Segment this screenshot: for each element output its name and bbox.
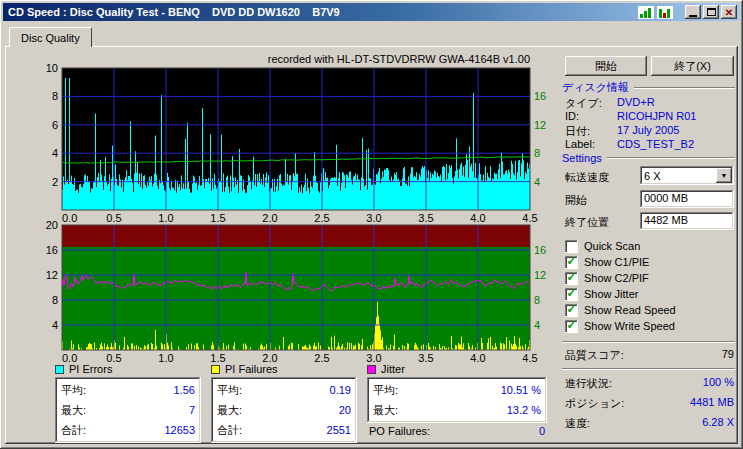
stat-row: 平均:0.19 <box>217 380 351 400</box>
svg-text:4.5: 4.5 <box>522 212 537 224</box>
checkbox-box[interactable]: ✓ <box>565 288 578 301</box>
minimize-button[interactable] <box>685 5 701 19</box>
start-test-button[interactable]: 開始 <box>565 56 647 76</box>
svg-text:12: 12 <box>534 269 546 281</box>
svg-text:12: 12 <box>46 269 58 281</box>
svg-text:16: 16 <box>534 244 546 256</box>
quality-graph-icon[interactable] <box>657 6 673 19</box>
pi-failures-stats-box: 平均:0.19 最大:20 合計:2551 <box>211 377 357 443</box>
maximize-icon <box>707 8 716 16</box>
svg-text:8: 8 <box>534 294 540 306</box>
tab-disc-quality[interactable]: Disc Quality <box>9 27 92 47</box>
checkbox-box[interactable]: ✓ <box>565 320 578 333</box>
checkbox-box[interactable]: ✓ <box>565 272 578 285</box>
quality-score-row: 品質スコア: 79 <box>565 348 734 363</box>
maximize-button[interactable] <box>703 5 719 19</box>
stat-row: 合計:2551 <box>217 420 351 440</box>
check-icon: ✓ <box>566 288 576 298</box>
svg-text:4: 4 <box>534 176 540 188</box>
svg-text:8: 8 <box>534 147 540 159</box>
checkbox-box[interactable]: ✓ <box>565 256 578 269</box>
bar-glyph <box>667 9 670 18</box>
jitter-legend: Jitter 平均:10.51 % 最大:13.2 % PO Failures:… <box>367 363 547 439</box>
checkbox-show-jitter[interactable]: ✓ Show Jitter <box>565 287 638 301</box>
checkbox-box[interactable]: ✓ <box>565 304 578 317</box>
speed-value: 6.28 X <box>702 416 734 431</box>
check-icon: ✓ <box>566 320 576 330</box>
speed-row: 速度: 6.28 X <box>565 416 734 431</box>
jitter-stats-box: 平均:10.51 % 最大:13.2 % <box>367 377 547 423</box>
jitter-title: Jitter <box>381 363 405 375</box>
pi-errors-swatch <box>55 365 64 374</box>
svg-text:6: 6 <box>52 119 58 131</box>
svg-text:16: 16 <box>534 90 546 102</box>
checkbox-show-c1-pie[interactable]: ✓ Show C1/PIE <box>565 255 649 269</box>
svg-text:4: 4 <box>52 319 58 331</box>
stat-row: 最大:7 <box>61 400 195 420</box>
progress-value: 100 % <box>703 376 734 391</box>
position-value: 4481 MB <box>690 396 734 411</box>
speed-select-value: 6 X <box>640 170 716 182</box>
disc-type-row: タイプ:DVD+R <box>565 96 735 111</box>
svg-text:1.0: 1.0 <box>158 212 173 224</box>
stat-row: 平均:10.51 % <box>373 380 541 400</box>
minimize-icon <box>689 15 697 17</box>
quality-score-value: 79 <box>722 348 734 363</box>
checkbox-show-write-speed[interactable]: ✓ Show Write Speed <box>565 319 675 333</box>
bar-glyph <box>648 8 651 18</box>
bar-glyph <box>640 14 643 18</box>
disc-info-header: ディスク情報 <box>562 80 735 95</box>
close-icon: ✕ <box>725 8 733 17</box>
svg-text:8: 8 <box>52 90 58 102</box>
svg-text:0.5: 0.5 <box>106 212 121 224</box>
start-position-field[interactable]: 0000 MB <box>640 190 734 208</box>
svg-text:3.0: 3.0 <box>366 212 381 224</box>
stat-row: 平均:1.56 <box>61 380 195 400</box>
pi-failures-legend: PI Failures 平均:0.19 最大:20 合計:2551 <box>211 363 357 443</box>
svg-text:2.5: 2.5 <box>314 212 329 224</box>
disc-id-row: ID:RICOHJPN R01 <box>565 110 735 122</box>
checkbox-show-read-speed[interactable]: ✓ Show Read Speed <box>565 303 676 317</box>
stat-row: 合計:12653 <box>61 420 195 440</box>
svg-text:4: 4 <box>534 319 540 331</box>
window-title: CD Speed : Disc Quality Test - BENQ DVD … <box>8 6 635 18</box>
stat-row: 最大:20 <box>217 400 351 420</box>
bar-glyph <box>663 13 666 18</box>
jitter-swatch <box>367 365 376 374</box>
close-button[interactable]: ✕ <box>721 5 737 19</box>
svg-text:4: 4 <box>52 147 58 159</box>
check-icon: ✓ <box>566 304 576 314</box>
svg-text:4.0: 4.0 <box>470 212 485 224</box>
svg-text:12: 12 <box>534 119 546 131</box>
checkbox-show-c2-pif[interactable]: ✓ Show C2/PIF <box>565 271 649 285</box>
end-position-label: 終了位置 <box>565 215 609 230</box>
disc-label-row: Label:CDS_TEST_B2 <box>565 138 735 150</box>
svg-text:20: 20 <box>46 219 58 231</box>
exit-button[interactable]: 終了(X) <box>651 56 734 76</box>
progress-row: 進行状況: 100 % <box>565 376 734 391</box>
titlebar[interactable]: CD Speed : Disc Quality Test - BENQ DVD … <box>3 3 740 21</box>
speed-select[interactable]: 6 X ▼ <box>640 166 734 185</box>
checkbox-box[interactable] <box>565 240 578 253</box>
svg-text:16: 16 <box>46 244 58 256</box>
end-position-field[interactable]: 4482 MB <box>640 212 734 230</box>
disc-date-row: 日付:17 July 2005 <box>565 124 735 139</box>
settings-header: Settings <box>562 152 735 164</box>
separator <box>562 341 735 343</box>
pi-errors-stats-box: 平均:1.56 最大:7 合計:12653 <box>55 377 201 443</box>
chevron-down-icon[interactable]: ▼ <box>716 168 732 183</box>
pi-errors-title: PI Errors <box>69 363 112 375</box>
quality-charts: 1086421612840.00.51.01.52.02.53.03.54.04… <box>0 50 556 370</box>
speed-label: 転送速度 <box>565 170 609 185</box>
graph-icon[interactable] <box>638 6 654 19</box>
check-icon: ✓ <box>566 256 576 266</box>
pi-failures-swatch <box>211 365 220 374</box>
check-icon: ✓ <box>566 272 576 282</box>
header-rule <box>607 157 735 159</box>
svg-text:2: 2 <box>52 176 58 188</box>
svg-text:2.0: 2.0 <box>262 212 277 224</box>
position-row: ポジション: 4481 MB <box>565 396 734 411</box>
stat-row: 最大:13.2 % <box>373 400 541 420</box>
checkbox-quick-scan[interactable]: Quick Scan <box>565 239 640 253</box>
svg-text:1.5: 1.5 <box>210 212 225 224</box>
